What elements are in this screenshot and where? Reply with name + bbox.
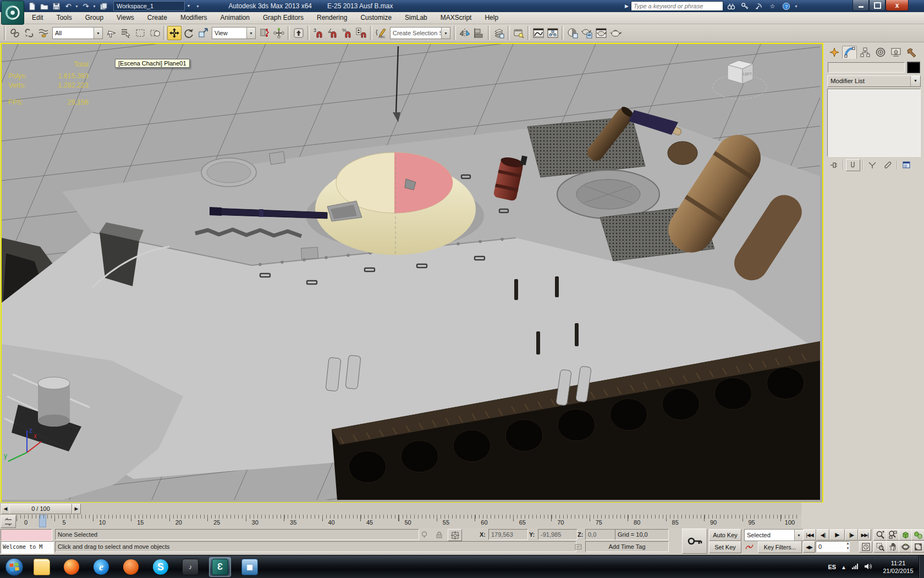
menu-item-simlab[interactable]: SimLab <box>398 12 434 24</box>
start-button[interactable] <box>4 557 24 577</box>
align-button[interactable] <box>472 26 486 40</box>
show-end-result-button[interactable] <box>846 159 860 171</box>
bind-to-space-warp-button[interactable] <box>36 26 51 40</box>
zoom-button[interactable] <box>873 529 887 541</box>
modifier-list-dropdown[interactable]: Modifier List ▼ <box>827 75 921 87</box>
configure-modifier-sets-button[interactable] <box>900 160 913 171</box>
time-configuration-button[interactable] <box>859 541 872 553</box>
time-slider-handle[interactable]: 0 / 100 <box>9 504 72 514</box>
spinner-snap-toggle-button[interactable] <box>354 26 369 40</box>
curve-editor-button[interactable] <box>531 26 546 40</box>
key-mode-toggle-button[interactable]: ◀▶ <box>803 541 815 553</box>
menu-item-animation[interactable]: Animation <box>214 12 256 24</box>
viewcube-face-label[interactable]: LEFT <box>743 72 752 76</box>
close-button[interactable]: x <box>886 0 909 11</box>
show-desktop-button[interactable] <box>919 555 924 578</box>
menu-item-help[interactable]: Help <box>478 12 505 24</box>
make-unique-button[interactable] <box>866 160 879 171</box>
auto-key-button[interactable]: Auto Key <box>709 529 741 541</box>
maxscript-mini-listener-white[interactable]: Welcome to M <box>1 541 54 554</box>
toggle-ribbon-button[interactable] <box>512 26 526 40</box>
maximize-button[interactable] <box>869 0 886 11</box>
tab-modify[interactable] <box>842 46 857 59</box>
render-production-button[interactable] <box>608 26 623 40</box>
rendered-frame-window-button[interactable] <box>594 26 608 40</box>
perspective-viewport[interactable]: LEFT z x y Total Polys:1.615.383 Verts:1… <box>1 43 823 503</box>
menu-item-tools[interactable]: Tools <box>50 12 79 24</box>
schematic-view-button[interactable] <box>546 26 560 40</box>
material-editor-button[interactable] <box>565 26 580 40</box>
mirror-button[interactable] <box>458 26 472 40</box>
object-color-swatch[interactable] <box>907 62 920 73</box>
help-dropdown-caret[interactable]: ▼ <box>794 4 799 8</box>
menu-item-create[interactable]: Create <box>141 12 174 24</box>
menu-item-views[interactable]: Views <box>110 12 141 24</box>
favorites-button[interactable]: ☆ <box>767 1 778 11</box>
search-input[interactable] <box>631 1 723 11</box>
taskbar-app-media[interactable]: ♪ <box>179 557 201 577</box>
viewport-scene[interactable]: LEFT z x y Total Polys:1.615.383 Verts:1… <box>2 44 820 500</box>
go-to-end-button[interactable]: ▶▶| <box>858 529 871 541</box>
minimize-button[interactable] <box>853 0 869 11</box>
go-to-start-button[interactable]: |◀◀ <box>803 529 816 541</box>
remove-modifier-button[interactable] <box>881 160 894 171</box>
tab-create[interactable] <box>827 46 842 59</box>
angle-snap-toggle-button[interactable] <box>326 26 340 40</box>
x-coordinate-field[interactable]: 179,563 <box>488 529 528 540</box>
menu-item-edit[interactable]: Edit <box>25 12 50 24</box>
selection-lock-toggle[interactable] <box>433 529 445 540</box>
next-frame-button[interactable]: ||▶ <box>845 529 858 541</box>
help-button[interactable]: ? <box>780 1 792 11</box>
menu-item-rendering[interactable]: Rendering <box>310 12 354 24</box>
frame-spinner[interactable]: ▲▼ <box>845 541 851 552</box>
manage-layers-button[interactable] <box>492 26 506 40</box>
render-setup-button[interactable] <box>580 26 594 40</box>
network-icon[interactable] <box>851 563 859 571</box>
communication-center-button[interactable] <box>753 1 765 11</box>
time-step-back-button[interactable]: ◀ <box>1 504 10 514</box>
field-of-view-button[interactable] <box>873 541 887 553</box>
language-indicator[interactable]: ES <box>828 564 836 570</box>
keyboard-shortcut-override-button[interactable] <box>292 26 306 40</box>
zoom-extents-all-button[interactable] <box>911 529 924 541</box>
select-by-name-button[interactable] <box>119 26 133 40</box>
rectangular-selection-region-button[interactable] <box>133 26 147 40</box>
pin-stack-button[interactable] <box>827 160 840 171</box>
select-and-rotate-button[interactable] <box>182 26 196 40</box>
use-pivot-point-center-button[interactable] <box>257 26 272 40</box>
select-and-link-button[interactable] <box>8 26 22 40</box>
selected-set-dropdown[interactable]: Selected ▼ <box>744 529 804 541</box>
taskbar-clock[interactable]: 11:21 21/02/2015 <box>877 559 920 575</box>
maximize-viewport-toggle-button[interactable] <box>911 541 924 553</box>
set-keys-button[interactable] <box>682 528 707 554</box>
unlink-selection-button[interactable] <box>22 26 36 40</box>
select-and-scale-button[interactable] <box>196 26 210 40</box>
show-hidden-icons-button[interactable]: ▲ <box>841 564 846 570</box>
previous-frame-button[interactable]: ◀|| <box>816 529 829 541</box>
time-step-forward-button[interactable]: ▶ <box>72 504 81 514</box>
select-and-move-button[interactable] <box>167 26 182 40</box>
y-coordinate-field[interactable]: -91,985 <box>538 529 578 540</box>
menu-item-modifiers[interactable]: Modifiers <box>174 12 214 24</box>
window-crossing-toggle-button[interactable] <box>147 26 162 40</box>
tab-hierarchy[interactable] <box>857 46 872 59</box>
z-coordinate-field[interactable]: 0,0 <box>585 529 616 540</box>
selection-filter-dropdown[interactable]: All ▼ <box>52 27 103 39</box>
open-mini-curve-editor-button[interactable] <box>1 515 16 528</box>
select-object-button[interactable] <box>105 26 119 40</box>
maxscript-mini-listener-pink[interactable] <box>1 529 52 541</box>
set-key-button[interactable]: Set Key <box>709 541 741 553</box>
zoom-all-button[interactable] <box>886 529 899 541</box>
taskbar-app-skype[interactable]: S <box>150 557 172 577</box>
orbit-button[interactable] <box>899 541 912 553</box>
search-button[interactable] <box>725 1 737 11</box>
menu-item-customize[interactable]: Customize <box>354 12 398 24</box>
taskbar-app-max[interactable]: Ɛ <box>209 557 231 577</box>
menu-item-graph-editors[interactable]: Graph Editors <box>256 12 310 24</box>
reference-coordinate-system-dropdown[interactable]: View ▼ <box>212 27 256 39</box>
percent-snap-toggle-button[interactable]: % <box>340 26 354 40</box>
menu-item-maxscript[interactable]: MAXScript <box>434 12 479 24</box>
default-in-out-tangents-button[interactable] <box>743 541 756 552</box>
named-selection-sets-dropdown[interactable]: Create Selection Se ▼ <box>390 27 450 39</box>
taskbar-app-ie[interactable]: e <box>90 557 112 577</box>
